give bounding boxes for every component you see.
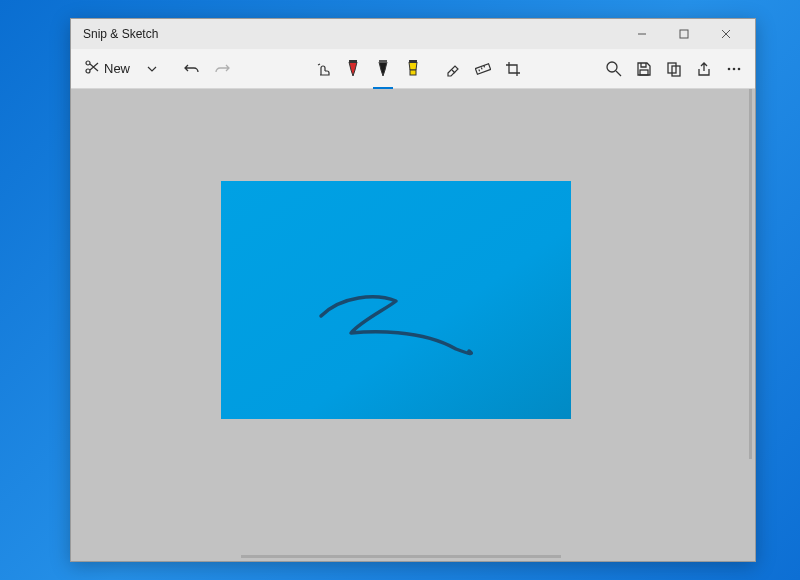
toolbar: New: [71, 49, 755, 89]
snip-canvas[interactable]: [221, 181, 571, 419]
svg-rect-12: [640, 70, 648, 75]
new-snip-button[interactable]: New: [78, 53, 136, 85]
svg-point-11: [607, 62, 617, 72]
new-label: New: [104, 61, 130, 76]
scissors-icon: [84, 59, 100, 78]
highlighter-button[interactable]: [399, 53, 427, 85]
horizontal-scrollbar[interactable]: [241, 555, 561, 558]
eraser-button[interactable]: [439, 53, 467, 85]
svg-rect-1: [680, 30, 688, 38]
redo-button[interactable]: [208, 53, 236, 85]
svg-point-4: [86, 69, 90, 73]
pencil-button[interactable]: ⌄: [369, 53, 397, 85]
svg-rect-6: [349, 60, 357, 63]
svg-point-15: [728, 67, 731, 70]
more-button[interactable]: [720, 53, 748, 85]
svg-point-17: [738, 67, 741, 70]
copy-button[interactable]: [660, 53, 688, 85]
app-window: Snip & Sketch New: [70, 18, 756, 562]
new-snip-dropdown[interactable]: [138, 53, 166, 85]
minimize-button[interactable]: [621, 20, 663, 48]
title-bar: Snip & Sketch: [71, 19, 755, 49]
window-title: Snip & Sketch: [83, 27, 158, 41]
save-button[interactable]: [630, 53, 658, 85]
svg-rect-9: [409, 60, 417, 63]
ruler-button[interactable]: [469, 53, 497, 85]
svg-point-16: [733, 67, 736, 70]
svg-rect-8: [410, 70, 416, 75]
close-button[interactable]: [705, 20, 747, 48]
touch-writing-button[interactable]: [309, 53, 337, 85]
share-button[interactable]: [690, 53, 718, 85]
canvas-area[interactable]: [71, 89, 755, 561]
vertical-scrollbar[interactable]: [749, 89, 752, 459]
svg-rect-7: [379, 60, 387, 63]
ballpoint-pen-button[interactable]: [339, 53, 367, 85]
svg-point-5: [86, 61, 90, 65]
zoom-button[interactable]: [600, 53, 628, 85]
svg-rect-10: [475, 63, 490, 73]
crop-button[interactable]: [499, 53, 527, 85]
maximize-button[interactable]: [663, 20, 705, 48]
undo-button[interactable]: [178, 53, 206, 85]
